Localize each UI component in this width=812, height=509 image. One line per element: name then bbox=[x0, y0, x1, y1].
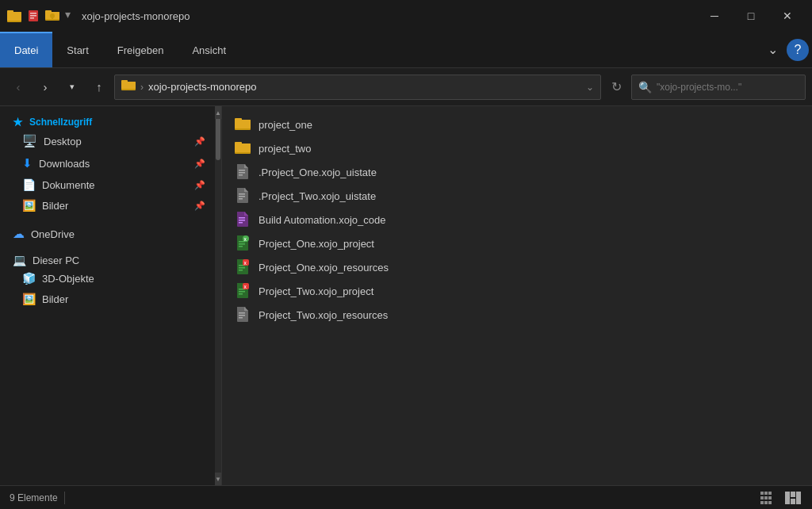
search-bar[interactable]: 🔍 "xojo-projects-mo..." bbox=[631, 75, 806, 100]
forward-button[interactable]: › bbox=[33, 75, 57, 99]
svg-rect-32 bbox=[239, 222, 243, 224]
ribbon-right: ⌄ ? bbox=[760, 32, 812, 67]
tab-ansicht[interactable]: Ansicht bbox=[178, 32, 240, 67]
help-button[interactable]: ? bbox=[787, 39, 809, 61]
doc-icon-uistate-one bbox=[235, 164, 251, 180]
dokumente-icon: 📄 bbox=[22, 178, 36, 191]
sidebar-item-dokumente[interactable]: 📄 Dokumente 📌 bbox=[0, 174, 215, 195]
refresh-button[interactable]: ↻ bbox=[604, 75, 628, 99]
file-name-xojo-resources-one: Project_One.xojo_resources bbox=[259, 262, 389, 274]
sidebar-desktop-label: Desktop bbox=[44, 136, 82, 147]
svg-rect-57 bbox=[768, 492, 772, 495]
file-item-xojo-project-two[interactable]: X Project_Two.xojo_project bbox=[222, 279, 812, 303]
main-area: ▲ ★ Schnellzugriff 🖥️ Desktop 📌 ⬇ Downlo… bbox=[0, 106, 812, 485]
sidebar-3d-label: 3D-Objekte bbox=[42, 273, 94, 285]
file-item-uistate-two[interactable]: .Project_Two.xojo_uistate bbox=[222, 184, 812, 208]
svg-rect-64 bbox=[785, 492, 790, 504]
sidebar-bilder2-label: Bilder bbox=[42, 293, 68, 305]
sidebar-item-bilder2[interactable]: 🖼️ Bilder bbox=[0, 289, 215, 309]
svg-rect-66 bbox=[791, 499, 795, 504]
downloads-icon: ⬇ bbox=[22, 156, 33, 170]
file-item-xojo-resources-two[interactable]: Project_Two.xojo_resources bbox=[222, 303, 812, 327]
tab-start[interactable]: Start bbox=[52, 32, 102, 67]
folder-icon-project-one bbox=[235, 117, 251, 132]
nav-dropdown-button[interactable]: ▾ bbox=[60, 75, 84, 99]
sidebar-item-downloads[interactable]: ⬇ Downloads 📌 bbox=[0, 152, 215, 174]
svg-rect-62 bbox=[764, 501, 768, 504]
svg-rect-53 bbox=[239, 315, 245, 316]
back-button[interactable]: ‹ bbox=[6, 75, 30, 99]
file-item-build-automation[interactable]: Build Automation.xojo_code bbox=[222, 208, 812, 232]
downloads-pin-icon: 📌 bbox=[194, 159, 205, 169]
file-item-xojo-project-one[interactable]: X Project_One.xojo_project bbox=[222, 232, 812, 255]
sidebar-item-onedrive[interactable]: ☁ OneDrive bbox=[0, 222, 215, 243]
dokumente-pin-icon: 📌 bbox=[194, 180, 205, 190]
file-item-project-one[interactable]: project_one bbox=[222, 113, 812, 136]
file-item-xojo-resources-one[interactable]: X Project_One.xojo_resources bbox=[222, 255, 812, 279]
svg-rect-4 bbox=[30, 13, 36, 14]
dieser-pc-icon: 💻 bbox=[13, 254, 26, 266]
tile-view-button[interactable] bbox=[783, 488, 802, 507]
address-path[interactable]: › xojo-projects-monorepo ⌄ bbox=[114, 75, 601, 100]
svg-rect-56 bbox=[764, 492, 768, 495]
svg-rect-61 bbox=[760, 501, 764, 504]
svg-rect-27 bbox=[239, 196, 245, 197]
up-button[interactable]: ↑ bbox=[87, 75, 111, 99]
svg-rect-47 bbox=[239, 291, 245, 293]
file-name-uistate-one: .Project_One.xojo_uistate bbox=[259, 166, 377, 178]
svg-rect-36 bbox=[239, 246, 243, 247]
svg-rect-23 bbox=[239, 172, 245, 174]
svg-rect-55 bbox=[760, 492, 764, 495]
svg-rect-17 bbox=[235, 120, 251, 128]
ribbon-chevron-button[interactable]: ⌄ bbox=[760, 37, 785, 63]
bilder-pin-icon: 📌 bbox=[194, 201, 205, 211]
sidebar-scrollbar[interactable]: ▲ ▼ bbox=[215, 106, 221, 485]
svg-point-11 bbox=[50, 13, 55, 18]
file-list: project_one project_two bbox=[222, 106, 812, 485]
file-name-build-automation: Build Automation.xojo_code bbox=[259, 214, 385, 226]
address-dropdown-icon[interactable]: ⌄ bbox=[586, 82, 594, 93]
svg-rect-20 bbox=[235, 144, 251, 152]
search-placeholder: "xojo-projects-mo..." bbox=[657, 82, 741, 93]
sidebar-scroll-thumb[interactable] bbox=[216, 113, 220, 160]
doc-icon-resources-two bbox=[235, 307, 251, 323]
sidebar-scroll-up[interactable]: ▲ bbox=[215, 106, 221, 119]
file-name-xojo-project-two: Project_Two.xojo_project bbox=[259, 285, 373, 297]
svg-rect-52 bbox=[239, 312, 245, 314]
file-name-xojo-resources-two: Project_Two.xojo_resources bbox=[259, 309, 388, 321]
3d-icon: 🧊 bbox=[22, 272, 36, 285]
sidebar-item-desktop[interactable]: 🖥️ Desktop 📌 bbox=[0, 130, 215, 152]
file-item-project-two[interactable]: project_two bbox=[222, 136, 812, 160]
title-dropdown-icon[interactable]: ▾ bbox=[65, 8, 71, 24]
desktop-icon: 🖥️ bbox=[22, 134, 37, 148]
status-count: 9 Elemente bbox=[10, 492, 58, 503]
svg-rect-58 bbox=[760, 496, 764, 499]
sidebar-scroll-down-btn[interactable]: ▼ bbox=[215, 473, 221, 485]
sidebar-item-bilder[interactable]: 🖼️ Bilder 📌 bbox=[0, 195, 215, 216]
folder-pin-icon bbox=[44, 8, 60, 24]
file-item-uistate-one[interactable]: .Project_One.xojo_uistate bbox=[222, 160, 812, 184]
address-bar: ‹ › ▾ ↑ › xojo-projects-monorepo ⌄ ↻ 🔍 "… bbox=[0, 68, 812, 106]
svg-rect-59 bbox=[764, 496, 768, 499]
close-button[interactable]: ✕ bbox=[769, 0, 806, 32]
svg-rect-28 bbox=[239, 198, 243, 200]
tab-freigeben[interactable]: Freigeben bbox=[103, 32, 178, 67]
pin-icon: 📌 bbox=[194, 136, 205, 147]
sidebar-item-3d-objekte[interactable]: 🧊 3D-Objekte bbox=[0, 268, 215, 289]
ribbon: Datei Start Freigeben Ansicht ⌄ ? bbox=[0, 32, 812, 68]
maximize-button[interactable]: □ bbox=[733, 0, 769, 32]
svg-rect-65 bbox=[791, 492, 795, 497]
svg-rect-48 bbox=[239, 293, 243, 295]
sidebar-dokumente-label: Dokumente bbox=[42, 179, 94, 191]
tab-datei[interactable]: Datei bbox=[0, 32, 52, 67]
title-bar-icons: ▾ bbox=[6, 8, 71, 24]
sidebar-item-dieser-pc[interactable]: 💻 Dieser PC bbox=[0, 249, 215, 268]
search-icon: 🔍 bbox=[638, 81, 652, 94]
list-view-button[interactable] bbox=[758, 488, 777, 507]
path-separator-icon: › bbox=[140, 82, 144, 93]
file-name-xojo-project-one: Project_One.xojo_project bbox=[259, 238, 374, 250]
note-red-icon bbox=[25, 8, 41, 24]
svg-rect-67 bbox=[796, 492, 801, 504]
minimize-button[interactable]: ─ bbox=[696, 0, 733, 32]
green-icon-project-one: X bbox=[235, 235, 251, 251]
